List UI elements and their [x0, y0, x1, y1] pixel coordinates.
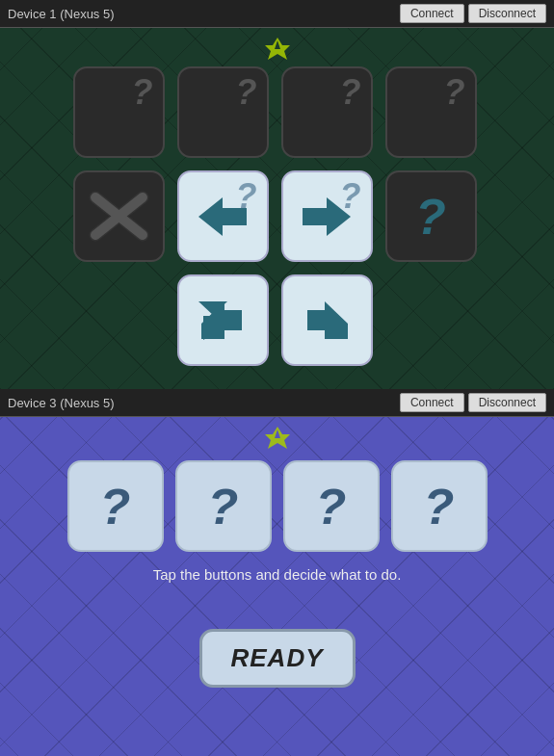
svg-marker-8 — [307, 301, 348, 339]
card-r2c2-question: ? — [236, 176, 257, 217]
device1-game-area: ? ? ? ? ? — [0, 28, 554, 389]
device1-connect-button[interactable]: Connect — [400, 4, 464, 23]
device2-card4[interactable]: ? — [391, 460, 488, 552]
logo-icon — [263, 36, 292, 65]
card-r1c1-question: ? — [132, 72, 153, 113]
device1-panel: Device 1 (Nexus 5) Connect Disconnect ? … — [0, 0, 554, 389]
ready-button[interactable]: READY — [198, 629, 355, 688]
tap-instruction-text: Tap the buttons and decide what to do. — [153, 566, 402, 583]
card-r2c3-arrow-right[interactable]: ? — [281, 170, 373, 262]
device2-card3-question: ? — [316, 478, 347, 535]
device2-header: Device 3 (Nexus 5) Connect Disconnect — [0, 389, 554, 417]
card-r3c3-arrow-down-right[interactable] — [281, 274, 373, 366]
x-icon — [88, 190, 150, 243]
card-r2c3-question: ? — [340, 176, 361, 217]
device1-disconnect-button[interactable]: Disconnect — [468, 4, 546, 23]
device2-logo-icon — [263, 425, 292, 454]
device2-card4-question: ? — [424, 478, 455, 535]
device2-panel: Device 3 (Nexus 5) Connect Disconnect ? … — [0, 389, 554, 756]
card-r1c1[interactable]: ? — [73, 66, 165, 158]
card-r1c2-question: ? — [236, 72, 257, 113]
arrow-down-right-icon — [298, 297, 356, 345]
card-r1c4[interactable]: ? — [385, 66, 477, 158]
device2-cards-row: ? ? ? ? — [67, 460, 488, 552]
card-r1c3-question: ? — [340, 72, 361, 113]
card-r1c2[interactable]: ? — [177, 66, 269, 158]
card-r2c2-arrow-left[interactable]: ? — [177, 170, 269, 262]
arrow-down-left-icon — [194, 297, 251, 345]
card-r1c4-question: ? — [444, 72, 465, 113]
card-r2c1-x[interactable] — [73, 170, 165, 262]
device2-card2-question: ? — [208, 478, 239, 535]
device2-disconnect-button[interactable]: Disconnect — [468, 393, 546, 412]
device1-cards-grid: ? ? ? ? ? — [73, 66, 482, 371]
device1-header: Device 1 (Nexus 5) Connect Disconnect — [0, 0, 554, 28]
device1-title: Device 1 (Nexus 5) — [8, 7, 115, 21]
device2-card1[interactable]: ? — [67, 460, 164, 552]
device2-connect-button[interactable]: Connect — [400, 393, 464, 412]
card-r2c4-q: ? — [415, 188, 446, 246]
card-r2c4-question[interactable]: ? — [385, 170, 477, 262]
device2-game-area: ? ? ? ? Tap the buttons and decide what … — [0, 417, 554, 756]
device2-card1-question: ? — [100, 478, 131, 535]
device1-header-buttons: Connect Disconnect — [400, 4, 546, 23]
device2-card2[interactable]: ? — [175, 460, 272, 552]
card-r1c3[interactable]: ? — [281, 66, 373, 158]
device2-title: Device 3 (Nexus 5) — [8, 396, 115, 410]
card-r3c2-arrow-down-left[interactable] — [177, 274, 269, 366]
device2-card3[interactable]: ? — [283, 460, 380, 552]
device2-header-buttons: Connect Disconnect — [400, 393, 546, 412]
